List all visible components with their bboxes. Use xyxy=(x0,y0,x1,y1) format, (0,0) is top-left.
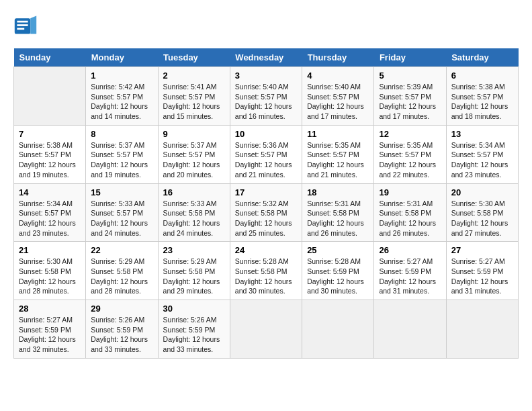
calendar-week-row: 7Sunrise: 5:38 AMSunset: 5:57 PMDaylight… xyxy=(14,125,519,183)
calendar-week-row: 14Sunrise: 5:34 AMSunset: 5:57 PMDayligh… xyxy=(14,183,519,242)
day-number: 22 xyxy=(91,245,152,255)
calendar-cell: 21Sunrise: 5:30 AMSunset: 5:58 PMDayligh… xyxy=(14,242,86,300)
calendar-week-row: 21Sunrise: 5:30 AMSunset: 5:58 PMDayligh… xyxy=(14,242,519,300)
day-detail: Sunrise: 5:30 AMSunset: 5:58 PMDaylight:… xyxy=(19,257,81,296)
calendar-cell: 28Sunrise: 5:27 AMSunset: 5:59 PMDayligh… xyxy=(14,300,86,359)
day-number: 8 xyxy=(91,129,152,139)
calendar-cell: 22Sunrise: 5:29 AMSunset: 5:58 PMDayligh… xyxy=(86,242,158,300)
calendar-cell xyxy=(230,300,302,359)
calendar-cell: 18Sunrise: 5:31 AMSunset: 5:58 PMDayligh… xyxy=(302,183,374,242)
day-detail: Sunrise: 5:34 AMSunset: 5:57 PMDaylight:… xyxy=(19,199,81,238)
calendar-week-row: 28Sunrise: 5:27 AMSunset: 5:59 PMDayligh… xyxy=(14,300,519,359)
calendar-cell: 16Sunrise: 5:33 AMSunset: 5:58 PMDayligh… xyxy=(158,183,230,242)
day-detail: Sunrise: 5:36 AMSunset: 5:57 PMDaylight:… xyxy=(235,140,297,180)
day-detail: Sunrise: 5:35 AMSunset: 5:57 PMDaylight:… xyxy=(307,140,369,180)
day-detail: Sunrise: 5:26 AMSunset: 5:59 PMDaylight:… xyxy=(163,315,225,355)
calendar-cell: 24Sunrise: 5:28 AMSunset: 5:58 PMDayligh… xyxy=(230,242,302,300)
day-number: 28 xyxy=(19,304,81,314)
day-number: 26 xyxy=(379,245,441,255)
day-number: 16 xyxy=(163,187,225,197)
day-detail: Sunrise: 5:27 AMSunset: 5:59 PMDaylight:… xyxy=(379,257,441,296)
weekday-header: Wednesday xyxy=(230,48,302,67)
day-number: 2 xyxy=(163,71,225,81)
day-number: 21 xyxy=(19,245,81,255)
day-detail: Sunrise: 5:42 AMSunset: 5:57 PMDaylight:… xyxy=(91,82,152,122)
page-header xyxy=(13,13,519,38)
day-number: 27 xyxy=(451,245,513,255)
calendar-table: SundayMondayTuesdayWednesdayThursdayFrid… xyxy=(13,48,519,359)
day-number: 4 xyxy=(307,71,369,81)
day-number: 3 xyxy=(235,71,297,81)
svg-rect-2 xyxy=(17,21,28,23)
weekday-header: Tuesday xyxy=(158,48,230,67)
calendar-cell: 10Sunrise: 5:36 AMSunset: 5:57 PMDayligh… xyxy=(230,125,302,183)
day-number: 18 xyxy=(307,187,369,197)
day-detail: Sunrise: 5:31 AMSunset: 5:58 PMDaylight:… xyxy=(379,199,441,238)
day-number: 7 xyxy=(19,129,81,139)
calendar-cell: 26Sunrise: 5:27 AMSunset: 5:59 PMDayligh… xyxy=(374,242,446,300)
calendar-cell: 4Sunrise: 5:40 AMSunset: 5:57 PMDaylight… xyxy=(302,67,374,126)
calendar-cell: 19Sunrise: 5:31 AMSunset: 5:58 PMDayligh… xyxy=(374,183,446,242)
day-detail: Sunrise: 5:38 AMSunset: 5:57 PMDaylight:… xyxy=(451,82,513,122)
day-detail: Sunrise: 5:28 AMSunset: 5:59 PMDaylight:… xyxy=(307,257,369,296)
day-number: 10 xyxy=(235,129,297,139)
calendar-cell: 29Sunrise: 5:26 AMSunset: 5:59 PMDayligh… xyxy=(86,300,158,359)
calendar-cell: 14Sunrise: 5:34 AMSunset: 5:57 PMDayligh… xyxy=(14,183,86,242)
calendar-cell: 6Sunrise: 5:38 AMSunset: 5:57 PMDaylight… xyxy=(446,67,518,126)
calendar-cell xyxy=(14,67,86,126)
calendar-cell: 9Sunrise: 5:37 AMSunset: 5:57 PMDaylight… xyxy=(158,125,230,183)
calendar-cell: 7Sunrise: 5:38 AMSunset: 5:57 PMDaylight… xyxy=(14,125,86,183)
calendar-cell: 1Sunrise: 5:42 AMSunset: 5:57 PMDaylight… xyxy=(86,67,158,126)
calendar-cell: 2Sunrise: 5:41 AMSunset: 5:57 PMDaylight… xyxy=(158,67,230,126)
day-detail: Sunrise: 5:40 AMSunset: 5:57 PMDaylight:… xyxy=(235,82,297,122)
calendar-cell: 8Sunrise: 5:37 AMSunset: 5:57 PMDaylight… xyxy=(86,125,158,183)
svg-rect-3 xyxy=(17,24,28,26)
day-number: 15 xyxy=(91,187,152,197)
day-detail: Sunrise: 5:32 AMSunset: 5:58 PMDaylight:… xyxy=(235,199,297,238)
calendar-cell: 23Sunrise: 5:29 AMSunset: 5:58 PMDayligh… xyxy=(158,242,230,300)
logo xyxy=(13,13,42,38)
day-detail: Sunrise: 5:28 AMSunset: 5:58 PMDaylight:… xyxy=(235,257,297,296)
day-number: 9 xyxy=(163,129,225,139)
day-number: 29 xyxy=(91,304,152,314)
day-number: 24 xyxy=(235,245,297,255)
day-detail: Sunrise: 5:29 AMSunset: 5:58 PMDaylight:… xyxy=(91,257,152,296)
svg-rect-0 xyxy=(15,18,30,34)
calendar-cell: 30Sunrise: 5:26 AMSunset: 5:59 PMDayligh… xyxy=(158,300,230,359)
day-number: 25 xyxy=(307,245,369,255)
calendar-cell: 11Sunrise: 5:35 AMSunset: 5:57 PMDayligh… xyxy=(302,125,374,183)
day-number: 14 xyxy=(19,187,81,197)
day-number: 5 xyxy=(379,71,441,81)
day-detail: Sunrise: 5:33 AMSunset: 5:58 PMDaylight:… xyxy=(163,199,225,238)
day-detail: Sunrise: 5:41 AMSunset: 5:57 PMDaylight:… xyxy=(163,82,225,122)
day-detail: Sunrise: 5:35 AMSunset: 5:57 PMDaylight:… xyxy=(379,140,441,180)
day-number: 20 xyxy=(451,187,513,197)
calendar-cell xyxy=(374,300,446,359)
day-number: 12 xyxy=(379,129,441,139)
calendar-cell: 15Sunrise: 5:33 AMSunset: 5:57 PMDayligh… xyxy=(86,183,158,242)
day-detail: Sunrise: 5:39 AMSunset: 5:57 PMDaylight:… xyxy=(379,82,441,122)
calendar-cell: 17Sunrise: 5:32 AMSunset: 5:58 PMDayligh… xyxy=(230,183,302,242)
day-number: 13 xyxy=(451,129,513,139)
svg-rect-4 xyxy=(17,28,24,30)
day-number: 17 xyxy=(235,187,297,197)
day-number: 11 xyxy=(307,129,369,139)
svg-marker-1 xyxy=(30,16,36,34)
calendar-cell xyxy=(446,300,518,359)
calendar-cell: 3Sunrise: 5:40 AMSunset: 5:57 PMDaylight… xyxy=(230,67,302,126)
day-number: 1 xyxy=(91,71,152,81)
day-number: 6 xyxy=(451,71,513,81)
calendar-cell: 5Sunrise: 5:39 AMSunset: 5:57 PMDaylight… xyxy=(374,67,446,126)
logo-icon xyxy=(13,13,38,38)
calendar-cell: 20Sunrise: 5:30 AMSunset: 5:58 PMDayligh… xyxy=(446,183,518,242)
day-detail: Sunrise: 5:37 AMSunset: 5:57 PMDaylight:… xyxy=(91,140,152,180)
calendar-cell: 27Sunrise: 5:27 AMSunset: 5:59 PMDayligh… xyxy=(446,242,518,300)
weekday-header: Sunday xyxy=(14,48,86,67)
day-detail: Sunrise: 5:37 AMSunset: 5:57 PMDaylight:… xyxy=(163,140,225,180)
day-number: 23 xyxy=(163,245,225,255)
calendar-week-row: 1Sunrise: 5:42 AMSunset: 5:57 PMDaylight… xyxy=(14,67,519,126)
calendar-cell xyxy=(302,300,374,359)
day-detail: Sunrise: 5:31 AMSunset: 5:58 PMDaylight:… xyxy=(307,199,369,238)
calendar-cell: 25Sunrise: 5:28 AMSunset: 5:59 PMDayligh… xyxy=(302,242,374,300)
day-detail: Sunrise: 5:27 AMSunset: 5:59 PMDaylight:… xyxy=(451,257,513,296)
